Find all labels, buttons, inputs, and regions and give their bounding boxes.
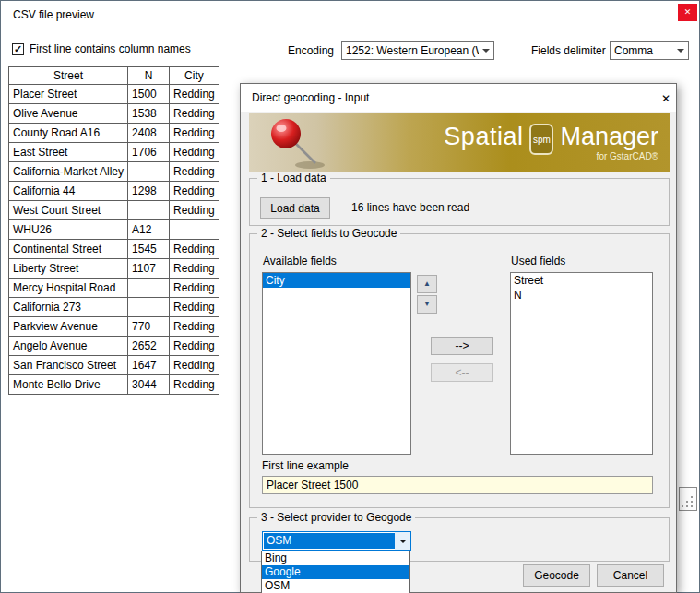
table-row: California 441298Redding [9,182,219,201]
geocode-button[interactable]: Geocode [523,564,590,587]
table-cell [170,220,219,240]
move-down-button[interactable]: ▼ [417,295,437,314]
column-header: City [170,67,219,85]
grip-dots-icon [682,495,694,508]
table-cell: Monte Bello Drive [9,375,128,395]
encoding-value: 1252: Western European (Wir [342,44,479,57]
table-cell: 1500 [128,85,170,104]
brand-banner: Spatial spm Manager for GstarCAD® [249,113,670,172]
chevron-down-icon [673,49,688,53]
table-row: Parkview Avenue770Redding [9,317,219,337]
table-cell: Redding [170,356,219,375]
close-button[interactable]: ✕ [678,4,697,21]
table-cell [128,201,170,220]
table-cell: A12 [128,220,170,240]
close-icon: ✕ [661,92,670,105]
remove-field-button[interactable]: <-- [431,363,493,382]
table-cell: Parkview Avenue [9,317,128,337]
brand-logo: Spatial spm Manager for GstarCAD® [444,122,658,161]
table-cell: Liberty Street [9,259,128,279]
add-field-button[interactable]: --> [431,337,493,355]
table-cell: 1545 [128,240,170,259]
first-line-checkbox[interactable]: ✓ First line contains column names [12,42,191,55]
arrow-down-icon: ▼ [423,300,431,308]
available-fields-label: Available fields [263,255,337,267]
table-row: California-Market AlleyRedding [9,162,219,182]
reorder-buttons: ▲ ▼ [417,275,437,314]
used-fields-label: Used fields [511,255,565,267]
table-cell: 1706 [128,143,170,162]
table-cell: California 44 [9,182,128,201]
spm-badge-icon: spm [529,124,553,155]
pushpin-icon [262,115,336,172]
table-cell: Mercy Hospital Road [9,279,128,298]
available-field-item[interactable]: City [263,273,410,288]
table-cell: County Road A16 [9,124,128,143]
csv-table: Street N City Placer Street1500ReddingOl… [8,66,219,395]
group-load-data-title: 1 - Load data [257,172,330,184]
table-cell: 2652 [128,337,170,356]
table-row: California 273Redding [9,298,219,317]
provider-option[interactable]: OSM [262,579,409,593]
table-cell: 2408 [128,124,170,143]
table-cell: Redding [170,124,219,143]
table-cell: Continental Street [9,240,128,259]
table-cell: Redding [170,240,219,259]
table-row: County Road A162408Redding [9,124,219,143]
table-cell: Redding [170,375,219,395]
checkbox-label: First line contains column names [30,42,191,55]
table-row: Placer Street1500Redding [9,85,219,104]
table-cell: West Court Street [9,201,128,220]
dialog-title: Direct geocoding - Input [252,91,369,104]
window-titlebar: CSV file preview ✕ [1,1,699,29]
table-cell: 1298 [128,182,170,201]
table-row: Mercy Hospital RoadRedding [9,279,219,298]
table-cell: Placer Street [9,85,128,104]
table-row: Monte Bello Drive3044Redding [9,375,219,395]
table-cell: Redding [170,104,219,124]
geocoding-dialog: Direct geocoding - Input ✕ [240,83,677,593]
group-select-fields-title: 2 - Select fields to Geocode [257,227,400,240]
table-cell: California 273 [9,298,128,317]
used-field-item[interactable]: Street [511,273,652,288]
checkbox-checked-icon: ✓ [12,43,24,55]
brand-subtitle: for GstarCAD® [597,151,658,161]
table-row: Angelo Avenue2652Redding [9,337,219,356]
table-cell: 3044 [128,375,170,395]
table-cell [128,279,170,298]
delimiter-label: Fields delimiter [531,44,606,57]
provider-option[interactable]: Google [262,565,409,579]
provider-select[interactable]: OSM [262,531,411,551]
table-cell [128,298,170,317]
chevron-down-icon [479,49,493,53]
provider-dropdown-list[interactable]: BingGoogleOSM [261,551,410,593]
encoding-select[interactable]: 1252: Western European (Wir [341,41,494,60]
column-header: N [128,67,170,85]
used-field-item[interactable]: N [511,288,652,302]
cancel-button[interactable]: Cancel [597,564,664,587]
table-row: Continental Street1545Redding [9,240,219,259]
resize-grip[interactable] [679,487,697,511]
table-cell: Redding [170,317,219,337]
table-cell: Redding [170,279,219,298]
table-cell: 1538 [128,104,170,124]
table-row: East Street1706Redding [9,143,219,162]
table-cell: Redding [170,259,219,279]
table-row: WHU26A12 [9,220,219,240]
table-row: San Francisco Street1647Redding [9,356,219,375]
table-cell: Angelo Avenue [9,337,128,356]
load-data-button[interactable]: Load data [260,197,330,219]
first-line-example-field: Placer Street 1500 [262,476,653,494]
load-status-text: 16 lines have been read [351,201,469,214]
provider-selected-value: OSM [264,533,395,549]
screen: CSV file preview ✕ ✓ First line contains… [0,0,700,593]
move-up-button[interactable]: ▲ [417,275,437,293]
available-fields-list[interactable]: City [262,272,411,455]
table-cell: 1647 [128,356,170,375]
delimiter-select[interactable]: Comma [610,41,689,60]
dialog-close-button[interactable]: ✕ [645,84,676,112]
used-fields-list[interactable]: StreetN [510,272,653,455]
brand-manager: Manager [560,125,658,149]
brand-spatial: Spatial [444,125,523,149]
provider-option[interactable]: Bing [262,551,409,565]
